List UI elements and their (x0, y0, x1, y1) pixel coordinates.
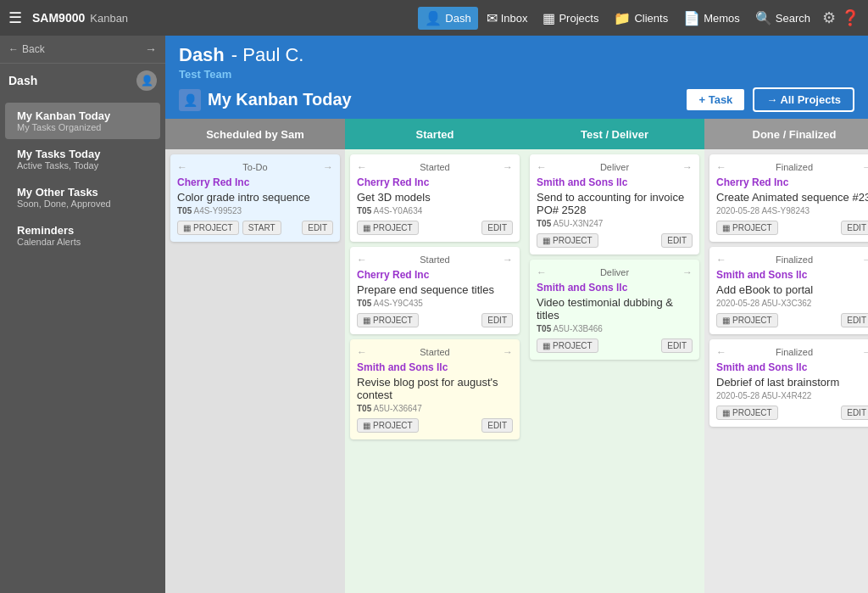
task-id-code: A4S-Y98243 (761, 206, 810, 215)
card-nav-right[interactable]: → (862, 254, 868, 266)
task-code: T05 A5U-X36647 (357, 404, 513, 413)
project-icon: ▦ (363, 223, 370, 232)
nav-projects-label: Projects (559, 12, 598, 25)
card-nav: ← Finalized → (716, 346, 868, 358)
card-nav-right[interactable]: → (503, 161, 513, 173)
task-card: ← Finalized → Smith and Sons llc Debrief… (709, 339, 868, 427)
client-name[interactable]: Cherry Red Inc (357, 269, 513, 281)
edit-button[interactable]: EDIT (481, 313, 513, 327)
card-actions: ▦ PROJECT EDIT (357, 418, 513, 433)
card-nav-left[interactable]: ← (537, 161, 547, 173)
nav-inbox[interactable]: ✉ Inbox (480, 7, 535, 30)
client-name[interactable]: Smith and Sons llc (537, 282, 693, 294)
col-body-scheduled: ← To-Do → Cherry Red Inc Color grade int… (165, 149, 345, 593)
card-actions: ▦ PROJECT EDIT (537, 338, 693, 353)
project-button[interactable]: ▦ PROJECT (357, 313, 419, 327)
sidebar-item-my-kanban-today[interactable]: My Kanban Today My Tasks Organized (5, 103, 160, 139)
client-name[interactable]: Cherry Red Inc (357, 176, 513, 188)
card-status: Started (420, 162, 449, 172)
card-nav-left[interactable]: ← (537, 266, 547, 278)
nav-dash[interactable]: 👤 Dash (418, 7, 477, 30)
edit-button[interactable]: EDIT (841, 313, 868, 327)
task-button[interactable]: + Task (685, 87, 746, 112)
edit-button[interactable]: EDIT (302, 221, 333, 235)
project-icon: ▦ (722, 223, 730, 232)
edit-button[interactable]: EDIT (661, 338, 693, 353)
client-name[interactable]: Smith and Sons llc (357, 361, 513, 373)
project-button[interactable]: ▦ PROJECT (537, 233, 598, 248)
edit-button[interactable]: EDIT (841, 221, 868, 235)
nav-projects[interactable]: ▦ Projects (536, 7, 605, 30)
card-nav-left[interactable]: ← (716, 161, 726, 173)
edit-button[interactable]: EDIT (481, 418, 513, 433)
start-button[interactable]: START (242, 221, 281, 235)
card-nav-left[interactable]: ← (357, 346, 367, 358)
task-card: ← Deliver → Smith and Sons llc Send to a… (530, 154, 699, 255)
nav-search[interactable]: 🔍 Search (748, 7, 817, 30)
project-button[interactable]: ▦ PROJECT (716, 406, 778, 420)
edit-button[interactable]: EDIT (841, 406, 868, 420)
project-button[interactable]: ▦ PROJECT (357, 418, 419, 433)
card-nav: ← Finalized → (716, 254, 868, 266)
card-nav-right[interactable]: → (862, 346, 868, 358)
col-body-started: ← Started → Cherry Red Inc Get 3D models… (345, 149, 525, 593)
title-row: Dash - Paul C. Test Team (179, 44, 854, 81)
card-nav: ← Finalized → (716, 161, 868, 173)
card-nav-right[interactable]: → (503, 346, 513, 358)
col-header-label: Started (416, 128, 454, 141)
user-avatar[interactable]: 👤 (136, 70, 157, 91)
project-button[interactable]: ▦ PROJECT (716, 221, 778, 235)
forward-button[interactable]: → (145, 42, 157, 56)
sidebar-user-section: Dash 👤 (0, 64, 165, 98)
col-header-done: Done / Finalized (704, 119, 868, 149)
client-name[interactable]: Smith and Sons llc (716, 361, 868, 373)
edit-button[interactable]: EDIT (661, 233, 693, 248)
client-name[interactable]: Cherry Red Inc (716, 176, 868, 188)
all-projects-button[interactable]: → All Projects (753, 87, 854, 112)
task-title: Debrief of last brainstorm (716, 376, 868, 389)
back-button[interactable]: ← Back (8, 43, 45, 55)
card-nav-right[interactable]: → (682, 266, 693, 278)
sidebar-item-reminders[interactable]: Reminders Calendar Alerts (5, 217, 160, 254)
client-name[interactable]: Cherry Red Inc (177, 176, 333, 188)
project-button[interactable]: ▦ PROJECT (177, 221, 239, 235)
project-button[interactable]: ▦ PROJECT (537, 338, 598, 353)
edit-button[interactable]: EDIT (481, 221, 513, 235)
task-card: ← To-Do → Cherry Red Inc Color grade int… (170, 154, 340, 242)
card-status: Deliver (600, 267, 629, 277)
kanban-row: 👤 My Kanban Today + Task → All Projects (179, 87, 854, 112)
task-id-main: T05 (357, 404, 371, 413)
card-nav-right[interactable]: → (862, 161, 868, 173)
card-nav-right[interactable]: → (323, 161, 333, 173)
client-name[interactable]: Smith and Sons llc (716, 269, 868, 281)
hamburger-icon[interactable]: ☰ (8, 8, 22, 27)
card-nav-right[interactable]: → (503, 254, 513, 266)
col-header-label: Test / Deliver (581, 128, 648, 141)
gear-icon[interactable]: ⚙ (822, 8, 836, 27)
help-icon[interactable]: ❓ (841, 8, 860, 27)
card-actions: ▦ PROJECT EDIT (537, 233, 693, 248)
project-icon: ▦ (363, 316, 370, 325)
project-button[interactable]: ▦ PROJECT (357, 221, 419, 235)
task-title: Revise blog post for august's contest (357, 376, 513, 401)
card-nav-left[interactable]: ← (716, 254, 726, 266)
clients-icon: 📁 (614, 10, 631, 26)
sidebar-item-my-other-tasks[interactable]: My Other Tasks Soon, Done, Approved (5, 179, 160, 215)
card-nav-left[interactable]: ← (357, 161, 367, 173)
project-button[interactable]: ▦ PROJECT (716, 313, 778, 327)
nav-clients[interactable]: 📁 Clients (607, 7, 675, 30)
task-id-code: A4S-Y9C435 (373, 299, 422, 308)
card-nav-right[interactable]: → (682, 161, 693, 173)
sidebar-nav: My Kanban Today My Tasks Organized My Ta… (0, 98, 165, 593)
sidebar-item-my-tasks-today[interactable]: My Tasks Today Active Tasks, Today (5, 141, 160, 177)
client-name[interactable]: Smith and Sons llc (537, 176, 693, 188)
sidebar-header: ← Back → (0, 36, 165, 64)
task-date: 2020-05-28 (716, 299, 760, 308)
card-nav-left[interactable]: ← (357, 254, 367, 266)
card-nav: ← To-Do → (177, 161, 333, 173)
col-body-deliver: ← Deliver → Smith and Sons llc Send to a… (525, 149, 704, 593)
card-status: Started (420, 347, 449, 357)
card-nav-left[interactable]: ← (177, 161, 187, 173)
nav-memos[interactable]: 📄 Memos (676, 7, 747, 30)
card-nav-left[interactable]: ← (716, 346, 726, 358)
